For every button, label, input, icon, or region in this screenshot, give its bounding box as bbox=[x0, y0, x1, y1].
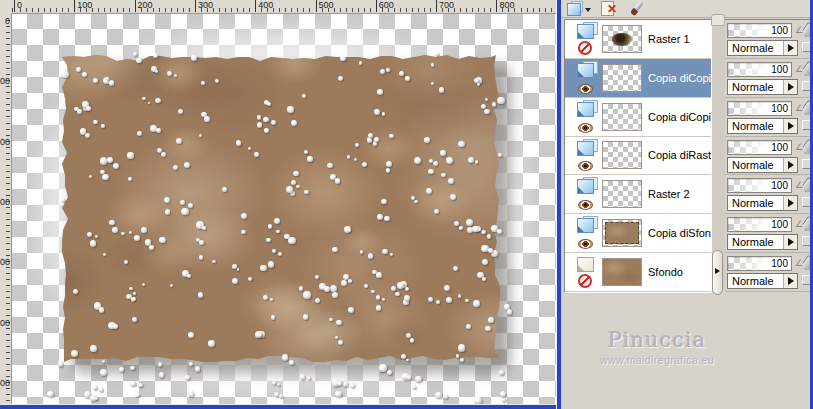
snow-dot bbox=[199, 134, 202, 137]
ruler-label: 200 bbox=[135, 0, 153, 12]
opacity-value: 100 bbox=[771, 179, 788, 192]
splitter-handle[interactable] bbox=[712, 250, 723, 295]
layer-label: Copia diCopia diRas bbox=[648, 111, 712, 123]
layer-thumbnail[interactable] bbox=[602, 64, 642, 92]
brush-icon bbox=[626, 0, 648, 19]
layer-thumbnail[interactable] bbox=[602, 180, 642, 208]
snow-dot bbox=[444, 285, 450, 291]
snow-dot bbox=[302, 94, 306, 98]
layer-row[interactable]: Raster 1 bbox=[565, 20, 711, 59]
layer-thumbnail[interactable] bbox=[602, 219, 642, 247]
eye-visible-icon[interactable] bbox=[578, 200, 593, 210]
opacity-slider[interactable]: 100 bbox=[727, 256, 792, 271]
eye-visible-icon[interactable] bbox=[578, 161, 593, 171]
snow-dot bbox=[435, 52, 439, 56]
snow-dot bbox=[389, 134, 394, 139]
blend-mode-select[interactable]: Normale bbox=[727, 195, 798, 211]
blend-dropdown-button[interactable] bbox=[783, 158, 797, 172]
snow-dot bbox=[174, 74, 178, 78]
snow-dot bbox=[202, 226, 206, 230]
layer-thumbnail[interactable] bbox=[602, 25, 642, 53]
blend-mode-select[interactable]: Normale bbox=[727, 79, 798, 95]
snow-dot bbox=[458, 344, 465, 351]
eye-visible-icon[interactable] bbox=[578, 84, 593, 94]
opacity-slider[interactable]: 100 bbox=[727, 140, 792, 155]
snow-dot bbox=[458, 141, 465, 148]
snow-dot bbox=[431, 63, 435, 67]
link-toggle[interactable] bbox=[802, 275, 810, 285]
link-toggle[interactable] bbox=[802, 197, 810, 207]
blend-dropdown-button[interactable] bbox=[783, 41, 797, 55]
snow-dot bbox=[263, 295, 268, 300]
delete-layer-icon: ✕ bbox=[601, 1, 614, 16]
snow-dot bbox=[347, 155, 350, 158]
layer-row[interactable]: Copia diRaster 2 bbox=[565, 137, 711, 176]
blend-mode-select[interactable]: Normale bbox=[727, 273, 798, 289]
layer-controls-group: 100 ∠ Normale bbox=[725, 20, 810, 59]
slope-icon: ∠ bbox=[795, 104, 803, 113]
layer-thumbnail[interactable] bbox=[602, 141, 642, 169]
snow-dot bbox=[93, 78, 98, 83]
blend-dropdown-button[interactable] bbox=[783, 119, 797, 133]
opacity-slider[interactable]: 100 bbox=[727, 23, 792, 38]
link-toggle[interactable] bbox=[802, 81, 810, 91]
snow-dot bbox=[335, 178, 340, 183]
snow-dot bbox=[348, 307, 354, 313]
snow-dot bbox=[272, 381, 276, 385]
blend-mode-select[interactable]: Normale bbox=[727, 40, 798, 56]
layer-controls-group: 100 ∠ Normale bbox=[725, 175, 810, 214]
edit-selection-button[interactable] bbox=[629, 1, 645, 16]
blend-dropdown-button[interactable] bbox=[783, 274, 797, 288]
snow-dot bbox=[405, 287, 409, 291]
snow-dot bbox=[390, 253, 393, 256]
layer-row[interactable]: Sfondo bbox=[565, 253, 711, 292]
blend-mode-select[interactable]: Normale bbox=[727, 157, 798, 173]
layers-palette: ✕ Raster 1 Copia diCopia diCo bbox=[561, 0, 810, 409]
snow-dot bbox=[277, 383, 280, 386]
blend-mode-select[interactable]: Normale bbox=[727, 118, 798, 134]
blend-mode-select[interactable]: Normale bbox=[727, 234, 798, 250]
layer-thumbnail[interactable] bbox=[602, 103, 642, 131]
opacity-slider[interactable]: 100 bbox=[727, 101, 792, 116]
snow-dot bbox=[391, 286, 396, 291]
visibility-off-icon[interactable] bbox=[578, 41, 592, 55]
delete-layer-button[interactable]: ✕ bbox=[601, 1, 614, 16]
layer-row[interactable]: Copia diCopia diRas bbox=[565, 98, 711, 137]
opacity-slider[interactable]: 100 bbox=[727, 62, 792, 77]
snow-dot bbox=[329, 318, 332, 321]
link-toggle[interactable] bbox=[802, 159, 810, 169]
eye-visible-icon[interactable] bbox=[578, 123, 593, 133]
link-toggle[interactable] bbox=[802, 120, 810, 130]
snow-dot bbox=[119, 367, 124, 372]
layer-row[interactable]: Copia diSfondo bbox=[565, 214, 711, 253]
snow-dot bbox=[85, 133, 90, 138]
snow-dot bbox=[274, 218, 280, 224]
blend-dropdown-button[interactable] bbox=[783, 80, 797, 94]
opacity-slider[interactable]: 100 bbox=[727, 217, 792, 232]
ruler-label: 100 bbox=[74, 0, 92, 12]
visibility-off-icon[interactable] bbox=[578, 274, 592, 288]
snow-dot bbox=[148, 102, 151, 105]
blend-dropdown-button[interactable] bbox=[783, 235, 797, 249]
snow-dot bbox=[446, 157, 453, 164]
layer-controls-group: 100 ∠ Normale bbox=[725, 59, 810, 98]
snow-dot bbox=[435, 392, 441, 398]
blend-mode-value: Normale bbox=[732, 120, 774, 133]
page-fold bbox=[578, 110, 584, 116]
new-layer-button[interactable] bbox=[567, 1, 583, 16]
link-toggle[interactable] bbox=[802, 42, 810, 52]
opacity-slider[interactable]: 100 bbox=[727, 178, 792, 193]
link-toggle[interactable] bbox=[802, 236, 810, 246]
layer-thumbnail[interactable] bbox=[602, 258, 642, 286]
eye-visible-icon[interactable] bbox=[578, 239, 593, 249]
snow-dot bbox=[241, 230, 245, 234]
snow-dot bbox=[189, 362, 193, 366]
snow-dot bbox=[184, 162, 191, 169]
snow-dot bbox=[338, 340, 343, 345]
chevron-down-icon[interactable] bbox=[585, 8, 591, 15]
blend-dropdown-button[interactable] bbox=[783, 196, 797, 210]
layer-row[interactable]: Copia diCopia diCo bbox=[565, 59, 711, 98]
layer-row[interactable]: Raster 2 bbox=[565, 175, 711, 214]
layer-label: Copia diCopia diCo bbox=[648, 72, 712, 84]
canvas-viewport[interactable] bbox=[11, 13, 556, 404]
